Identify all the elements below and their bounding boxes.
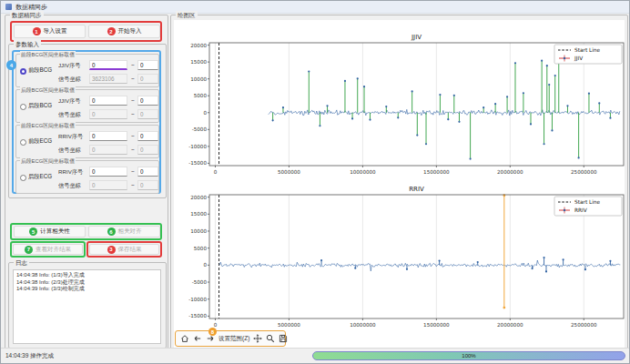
save-result-button[interactable]: 3 保存结果	[89, 244, 159, 255]
log-entry: 14:04:38 Info: (1/3)导入完成	[16, 272, 158, 279]
input-front-bcg-to-1[interactable]	[137, 74, 158, 84]
log-groupbox-title: 日志	[14, 258, 29, 267]
field-label: JJIV序号	[58, 97, 88, 106]
radio-front-bcg[interactable]	[20, 68, 26, 75]
input-rear-ecg-from-0[interactable]	[89, 167, 127, 177]
field-label: 信号坐标	[58, 76, 88, 84]
svg-text:15000000: 15000000	[423, 169, 450, 175]
radio-rear-bcg[interactable]	[20, 104, 26, 110]
input-front-ecg-to-0[interactable]	[137, 131, 158, 141]
compute-correlation-button[interactable]: 5 计算相关性	[14, 226, 86, 238]
svg-text:10000000: 10000000	[350, 322, 376, 328]
svg-text:15000000: 15000000	[423, 322, 450, 328]
start-import-button[interactable]: 2 开始导入	[88, 25, 160, 38]
svg-text:20000: 20000	[190, 195, 207, 200]
align-button[interactable]: 6 相关对齐	[88, 226, 160, 238]
input-rear-ecg-to-1[interactable]	[137, 180, 158, 190]
svg-text:15000: 15000	[190, 59, 207, 65]
svg-text:10000000: 10000000	[350, 169, 376, 175]
view-align-result-label: 查看对齐结果	[36, 246, 71, 254]
param-section-title: 后段ECG区间坐标取值	[20, 157, 76, 165]
charts-canvas[interactable]: JJIV050000001000000015000000200000002500…	[174, 20, 625, 348]
svg-text:JJIV: JJIV	[574, 56, 583, 62]
import-settings-button[interactable]: 1 导入设置	[14, 25, 86, 38]
progress-label: 100%	[462, 353, 475, 359]
svg-text:5000000: 5000000	[278, 169, 300, 175]
svg-text:Start Line: Start Line	[574, 47, 601, 53]
input-rear-bcg-from-1[interactable]	[89, 109, 127, 119]
view-align-result-button[interactable]: 7 查看对齐结果	[13, 244, 83, 255]
field-label: 信号坐标	[58, 111, 88, 119]
view-result-annotation-box: 7 查看对齐结果	[10, 241, 86, 258]
step-6-badge: 6	[107, 228, 116, 236]
log-groupbox: 日志 14:04:38 Info: (1/3)导入完成14:04:38 Info…	[8, 262, 167, 349]
input-front-bcg-from-1[interactable]	[89, 74, 127, 84]
input-rear-bcg-from-0[interactable]	[89, 96, 127, 106]
svg-text:15000: 15000	[190, 211, 207, 217]
svg-text:0: 0	[203, 110, 207, 116]
input-front-bcg-to-0[interactable]	[137, 60, 158, 70]
status-bar: 14:04:39 操作完成 100%	[1, 348, 629, 363]
input-front-ecg-to-1[interactable]	[137, 145, 158, 155]
svg-text:-10000: -10000	[188, 297, 207, 302]
svg-text:20000000: 20000000	[497, 322, 523, 328]
svg-text:5000000: 5000000	[278, 322, 300, 328]
input-rear-bcg-to-0[interactable]	[137, 96, 158, 106]
back-icon[interactable]	[193, 334, 202, 343]
param-section-title: 前段BCG区间坐标取值	[20, 51, 76, 58]
log-entry: 14:04:38 Info: (2/3)处理完成	[16, 279, 158, 287]
input-front-ecg-from-0[interactable]	[89, 131, 127, 141]
start-import-label: 开始导入	[118, 27, 142, 35]
radio-front-ecg[interactable]	[20, 139, 26, 146]
step-2-badge: 2	[107, 27, 116, 35]
param-section-title: 后段BCG区间坐标取值	[20, 86, 76, 94]
align-label: 相关对齐	[118, 228, 142, 236]
compute-correlation-label: 计算相关性	[40, 228, 70, 236]
radio-label-rear-ecg: 后段ECG	[28, 173, 57, 181]
param-section-rear-bcg: 后段BCG区间坐标取值后段BCGJJIV序号~信号坐标~	[15, 89, 159, 123]
tilde-separator: ~	[131, 76, 135, 82]
svg-text:25000000: 25000000	[571, 322, 597, 328]
radio-rear-ecg[interactable]	[20, 175, 26, 181]
pan-icon[interactable]	[253, 334, 262, 343]
step-5-badge: 5	[29, 228, 37, 236]
plot-toolbar: 8 设置范围(Z)	[175, 330, 286, 347]
input-rear-bcg-to-1[interactable]	[137, 109, 158, 119]
tilde-separator: ~	[131, 147, 135, 153]
input-rear-ecg-to-0[interactable]	[137, 167, 158, 177]
step-7-badge: 7	[25, 246, 33, 254]
svg-text:-15000: -15000	[188, 313, 207, 318]
field-label: RRIV序号	[58, 133, 88, 141]
svg-text:10000: 10000	[190, 76, 207, 82]
tilde-separator: ~	[131, 97, 135, 104]
set-range-label: 设置范围(Z)	[218, 335, 249, 343]
svg-text:Start Line: Start Line	[574, 199, 601, 205]
log-area[interactable]: 14:04:38 Info: (1/3)导入完成14:04:38 Info: (…	[13, 269, 161, 344]
sync-groupbox: 数据精同步 1 导入设置 2 开始导入 参数输入 4 前段BCG区间坐标取值前段…	[5, 15, 168, 351]
input-front-ecg-from-1[interactable]	[89, 145, 127, 155]
save-result-label: 保存结果	[118, 246, 142, 254]
svg-text:-15000: -15000	[188, 160, 207, 166]
title-bar[interactable]: 数据精同步	[1, 1, 629, 14]
param-section-title: 前段ECG区间坐标取值	[20, 122, 76, 129]
input-rear-ecg-from-1[interactable]	[89, 180, 127, 190]
app-window: 数据精同步 数据精同步 1 导入设置 2 开始导入 参数输入 4 前段BCG区间…	[0, 0, 630, 364]
step-8-badge: 8	[208, 328, 217, 336]
svg-text:RRIV: RRIV	[574, 207, 587, 213]
figure-canvas: JJIV050000001000000015000000200000002500…	[174, 20, 625, 348]
field-label: 信号坐标	[58, 182, 88, 190]
input-front-bcg-from-0[interactable]	[89, 60, 127, 70]
home-icon[interactable]	[180, 334, 189, 343]
step-3-badge: 3	[107, 246, 116, 254]
plot-groupbox-title: 绘图区	[176, 11, 198, 19]
param-section-rear-ecg: 后段ECG区间坐标取值后段ECGRRIV序号~信号坐标~	[15, 160, 159, 194]
app-icon	[5, 4, 12, 10]
plot-groupbox: 绘图区 JJIV05000000100000001500000020000000…	[170, 15, 628, 351]
save-icon[interactable]	[279, 334, 288, 343]
field-label: RRIV序号	[58, 168, 88, 177]
log-entry: 14:04:39 Info: (3/3)绘制完成	[16, 286, 158, 293]
zoom-icon[interactable]	[266, 334, 275, 343]
radio-label-front-ecg: 前段ECG	[28, 137, 57, 146]
tilde-separator: ~	[131, 168, 135, 175]
param-groupbox-title: 参数输入	[14, 40, 41, 48]
